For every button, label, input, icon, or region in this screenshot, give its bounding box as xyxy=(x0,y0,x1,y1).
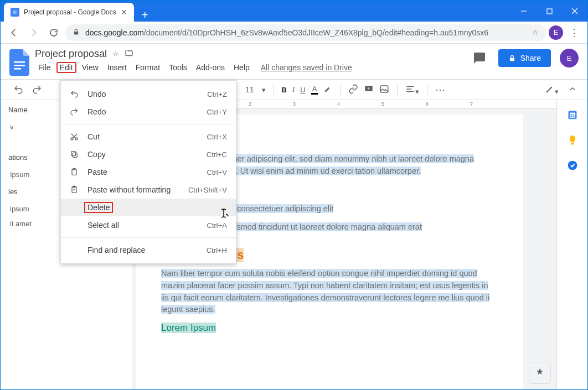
align-button[interactable]: ▾ xyxy=(405,84,419,96)
menu-item-select-all[interactable]: Select all Ctrl+A xyxy=(61,216,236,234)
paste-plain-icon xyxy=(70,185,80,194)
insert-comment-button[interactable]: + xyxy=(364,84,374,96)
menu-addons[interactable]: Add-ons xyxy=(193,62,228,73)
menu-label: Paste without formatting xyxy=(87,185,171,194)
maximize-button[interactable] xyxy=(537,1,562,22)
menu-item-find-replace[interactable]: Find and replace Ctrl+H xyxy=(61,241,236,259)
doc-title[interactable]: Project proposal xyxy=(35,48,107,60)
docs-favicon xyxy=(11,8,19,17)
heading-li[interactable]: Lorem Ipsum xyxy=(161,323,216,333)
bold-button[interactable]: B xyxy=(282,86,287,94)
reload-button[interactable] xyxy=(45,24,63,41)
new-tab-button[interactable]: + xyxy=(134,9,156,22)
ruler-tick: 7 xyxy=(470,101,473,107)
side-panel-rail: 31 xyxy=(556,100,587,389)
menu-label: Copy xyxy=(87,150,106,159)
star-doc-icon[interactable]: ☆ xyxy=(112,50,119,58)
docs-logo-icon[interactable] xyxy=(9,49,29,76)
menu-file[interactable]: File xyxy=(35,62,54,73)
bookmark-star-icon[interactable]: ☆ xyxy=(532,28,539,37)
address-bar: docs.google.com/document/d/10DprOhHSH_6z… xyxy=(1,22,587,44)
svg-rect-10 xyxy=(14,68,21,70)
svg-rect-11 xyxy=(510,58,514,61)
ruler-tick: 6 xyxy=(426,101,429,107)
collapse-toolbar-button[interactable] xyxy=(569,85,576,95)
menu-label: Undo xyxy=(87,90,106,98)
explore-button[interactable] xyxy=(529,362,551,384)
back-button[interactable] xyxy=(5,24,23,41)
insert-link-button[interactable] xyxy=(348,84,358,96)
chrome-titlebar: Project proposal - Google Docs ✕ + xyxy=(1,1,587,22)
url-text: docs.google.com/document/d/10DprOhHSH_6z… xyxy=(85,28,488,37)
menu-item-redo[interactable]: Redo Ctrl+Y xyxy=(61,103,236,121)
tasks-addon-icon[interactable] xyxy=(567,160,578,171)
menu-item-cut[interactable]: Cut Ctrl+X xyxy=(61,128,236,145)
menu-help[interactable]: Help xyxy=(230,62,253,73)
svg-text:+: + xyxy=(368,85,370,91)
copy-icon xyxy=(70,150,80,159)
menu-shortcut: Ctrl+V xyxy=(207,168,227,176)
highlight-button[interactable] xyxy=(323,85,332,95)
save-status[interactable]: All changes saved in Drive xyxy=(261,63,352,72)
share-label: Share xyxy=(520,54,541,63)
svg-rect-8 xyxy=(14,61,25,63)
undo-icon xyxy=(70,90,80,98)
share-button[interactable]: Share xyxy=(498,49,551,67)
text-color-button[interactable]: A xyxy=(311,85,318,95)
svg-rect-25 xyxy=(73,153,77,157)
undo-button[interactable] xyxy=(12,83,25,96)
menu-tools[interactable]: Tools xyxy=(166,62,190,73)
underline-button[interactable]: U xyxy=(300,86,305,94)
ruler-tick: 5 xyxy=(381,101,384,107)
paste-icon xyxy=(70,168,80,176)
redo-button[interactable] xyxy=(30,83,44,96)
menu-item-paste-no-format[interactable]: Paste without formatting Ctrl+Shift+V xyxy=(61,181,236,199)
forward-button[interactable] xyxy=(25,24,43,41)
ruler-tick: 3 xyxy=(293,101,296,107)
menu-edit[interactable]: Edit xyxy=(56,62,76,73)
menu-label: Redo xyxy=(87,107,106,116)
chrome-profile-avatar[interactable]: E xyxy=(549,25,563,40)
toolbar-overflow-button[interactable]: ⋯ xyxy=(435,84,446,96)
menu-shortcut: Ctrl+C xyxy=(207,150,227,159)
mouse-cursor-icon xyxy=(219,209,229,221)
close-window-button[interactable] xyxy=(562,1,587,22)
body-text[interactable]: Nam liber tempor cum soluta nobis eleife… xyxy=(161,269,489,314)
chrome-menu-button[interactable]: ⋮ xyxy=(565,27,583,39)
ruler-tick: 4 xyxy=(337,101,340,107)
menu-item-paste[interactable]: Paste Ctrl+V xyxy=(61,163,236,181)
window-controls xyxy=(511,1,587,22)
omnibox[interactable]: docs.google.com/document/d/10DprOhHSH_6z… xyxy=(65,24,546,41)
account-avatar[interactable]: E xyxy=(560,49,579,67)
calendar-addon-icon[interactable]: 31 xyxy=(567,109,578,120)
open-comments-button[interactable] xyxy=(470,48,489,68)
svg-rect-9 xyxy=(14,65,25,66)
menu-item-undo[interactable]: Undo Ctrl+Z xyxy=(61,85,236,103)
menu-label: Cut xyxy=(87,132,100,141)
keep-addon-icon[interactable] xyxy=(567,134,578,145)
ruler-tick: 2 xyxy=(249,101,251,107)
cut-icon xyxy=(70,132,80,141)
insert-image-button[interactable] xyxy=(379,84,389,96)
menu-shortcut: Ctrl+A xyxy=(207,221,227,230)
menu-item-delete[interactable]: Delete xyxy=(61,199,236,216)
edit-menu-dropdown: Undo Ctrl+Z Redo Ctrl+Y Cut Ctrl+X Copy … xyxy=(60,80,236,264)
menu-item-copy[interactable]: Copy Ctrl+C xyxy=(61,145,236,163)
italic-button[interactable]: I xyxy=(292,85,295,94)
editing-mode-button[interactable]: ▾ xyxy=(545,84,559,96)
font-size-select[interactable]: 11 xyxy=(243,85,256,94)
url-host: docs.google.com xyxy=(85,28,144,37)
browser-tab[interactable]: Project proposal - Google Docs ✕ xyxy=(4,3,134,22)
menu-insert[interactable]: Insert xyxy=(104,62,130,73)
redo-icon xyxy=(70,107,80,116)
lock-icon xyxy=(73,28,80,37)
svg-rect-7 xyxy=(74,31,79,34)
minimize-button[interactable] xyxy=(511,1,537,22)
menu-format[interactable]: Format xyxy=(132,62,163,73)
menu-view[interactable]: View xyxy=(79,62,102,73)
tab-close-icon[interactable]: ✕ xyxy=(121,8,127,17)
menu-label: Paste xyxy=(87,168,107,176)
docs-header: Project proposal ☆ File Edit View Insert… xyxy=(1,44,587,79)
move-doc-icon[interactable] xyxy=(125,49,133,59)
svg-text:31: 31 xyxy=(570,113,574,118)
